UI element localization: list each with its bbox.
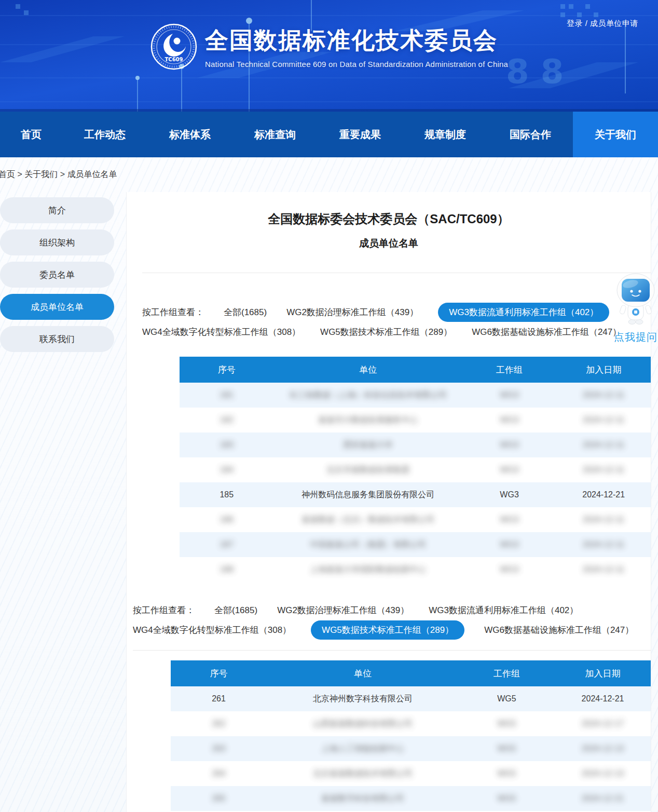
filter-section-wg5: 按工作组查看：全部(1685)WG2数据治理标准工作组（439）WG3数据流通利… [133,600,634,640]
svg-text:TC609: TC609 [164,57,183,62]
nav-item-4[interactable]: 标准查询 [232,112,318,157]
filter-option[interactable]: 全部(1685) [224,306,267,318]
row-no: 187 [220,540,234,549]
member-table-wg3: 序号单位工作组加入日期181长三角数据（上海）科技信息技术有限公司WG32024… [180,357,651,582]
sidebar-item-3[interactable]: 委员名单 [0,262,114,288]
sidebar-nav: 简介组织架构委员名单成员单位名单联系我们 [0,197,114,358]
table-row: 261北京神州数字科技有限公司WG52024-12-21 [171,686,651,711]
row-wg: WG3 [500,490,518,499]
filter-option[interactable]: 全部(1685) [214,604,257,616]
breadcrumb[interactable]: 首页 > 关于我们 > 成员单位名单 [0,169,117,180]
sidebar-item-1[interactable]: 简介 [0,197,114,223]
filter-option[interactable]: WG3数据流通利用标准工作组（402） [429,604,578,616]
row-date: 2024-12-13 [582,769,624,778]
row-unit: 某某市大数据发展服务中心 [318,415,418,426]
divider [133,650,651,651]
table-header: 单位 [267,660,459,686]
row-wg: WG3 [500,440,518,450]
row-unit: 上海人工智能创新中心 [321,743,404,754]
table-row: 183西安某某大学WG32024-12-11 [180,432,651,457]
row-no: 265 [212,794,226,803]
sidebar-item-4[interactable]: 成员单位名单 [0,294,114,320]
row-date: 2024-12-13 [582,744,624,753]
row-unit: 某某数据（北京）数据技术有限公司 [301,515,434,525]
row-wg: WG3 [500,515,518,524]
row-unit: 北京某某数据技术有限公司 [313,768,413,779]
site-brand: TC609 全国数据标准化技术委员会 National Technical Co… [0,23,658,71]
row-date: 2024-12-11 [583,440,625,450]
page-subtitle: 成员单位名单 [127,237,651,250]
table-row: 263上海人工智能创新中心WG52024-12-13 [171,736,651,761]
table-header: 工作组 [462,357,557,383]
nav-item-3[interactable]: 标准体系 [147,112,232,157]
row-date: 2024-12-21 [582,694,624,703]
nav-item-6[interactable]: 规章制度 [403,112,488,157]
table-row: 188上海某某大学国际数据创新中心WG32024-12-11 [180,557,651,582]
table-row: 264北京某某数据技术有限公司WG52024-12-13 [171,761,651,786]
table-header: 单位 [274,357,462,383]
main-nav: 首页工作动态标准体系标准查询重要成果规章制度国际合作关于我们 [0,112,658,157]
nav-item-8[interactable]: 关于我们 [573,112,658,157]
row-unit: 北京市某数据发展集团 [326,465,409,476]
filter-option[interactable]: WG2数据治理标准工作组（439） [277,604,409,616]
sidebar-item-5[interactable]: 联系我们 [0,326,114,352]
row-date: 2024-12-11 [583,390,625,400]
row-unit: 神州数码信息服务集团股份有限公司 [301,490,434,500]
row-date: 2024-12-21 [582,490,625,499]
table-row: 182某某市大数据发展服务中心WG32024-12-11 [180,408,651,432]
row-no: 182 [220,415,234,425]
nav-item-2[interactable]: 工作动态 [62,112,147,157]
filter-option[interactable]: WG2数据治理标准工作组（439） [286,306,418,318]
page-title: 全国数据标委会技术委员会（SAC/TC609） [127,211,651,227]
row-no: 188 [220,565,234,574]
table-header: 加入日期 [555,660,651,686]
table-header: 工作组 [459,660,555,686]
filter-option[interactable]: WG6数据基础设施标准工作组（247） [472,326,621,338]
site-banner: 8 8 登录 / 成员单位申请 TC609 全国数据标准化技术委员会 Natio… [0,0,658,112]
row-unit: 某某数字科技有限公司 [321,793,404,804]
row-no: 264 [212,769,226,778]
row-wg: WG3 [500,540,518,549]
row-wg: WG5 [497,719,516,728]
table-row: 184北京市某数据发展集团WG32024-12-11 [180,457,651,482]
table-header: 加入日期 [556,357,651,383]
filter-option-selected[interactable]: WG5数据技术标准工作组（289） [311,620,464,640]
assistant-widget[interactable]: 点我提问 [614,273,657,344]
row-unit: 北京神州数字科技有限公司 [313,694,413,705]
nav-item-1[interactable]: 首页 [0,112,62,157]
table-row: 185神州数码信息服务集团股份有限公司WG32024-12-21 [180,482,651,507]
sidebar-item-2[interactable]: 组织架构 [0,229,114,255]
row-no: 184 [220,465,234,475]
row-unit: 中国某某公司（集团）有限公司 [310,539,426,550]
filter-option[interactable]: WG5数据技术标准工作组（289） [320,326,452,338]
table-header: 序号 [180,357,274,383]
filter-section-wg3: 按工作组查看：全部(1685)WG2数据治理标准工作组（439）WG3数据流通利… [142,302,621,342]
row-wg: WG5 [497,769,516,778]
nav-item-7[interactable]: 国际合作 [488,112,573,157]
table-header: 序号 [171,660,267,686]
filter-option[interactable]: WG4全域数字化转型标准工作组（308） [142,326,300,338]
row-no: 263 [212,744,226,753]
row-date: 2024-12-11 [583,565,625,574]
row-unit: 山西某某数据科技有限公司 [313,719,413,729]
filter-option[interactable]: WG6数据基础设施标准工作组（247） [484,624,634,636]
robot-mascot-icon [615,273,656,326]
nav-item-5[interactable]: 重要成果 [318,112,403,157]
table-header-row: 序号单位工作组加入日期 [180,357,651,383]
login-link[interactable]: 登录 / 成员单位申请 [567,19,638,29]
row-wg: WG5 [497,794,516,803]
table-row: 262山西某某数据科技有限公司WG52024-12-17 [171,711,651,736]
row-wg: WG5 [497,744,516,753]
row-date: 2024-12-11 [583,415,625,425]
divider [142,273,651,273]
assistant-label: 点我提问 [614,330,657,344]
row-date: 2024-12-11 [583,515,625,524]
filter-group-label: 按工作组查看： [142,306,204,318]
table-row: 181长三角数据（上海）科技信息技术有限公司WG32024-12-11 [180,383,651,408]
filter-group-label: 按工作组查看： [133,604,195,616]
committee-logo-icon: TC609 [150,23,198,71]
filter-option-selected[interactable]: WG3数据流通利用标准工作组（402） [438,303,609,322]
row-date: 2024-12-17 [582,719,624,728]
filter-option[interactable]: WG4全域数字化转型标准工作组（308） [133,624,291,636]
row-no: 185 [220,490,234,499]
